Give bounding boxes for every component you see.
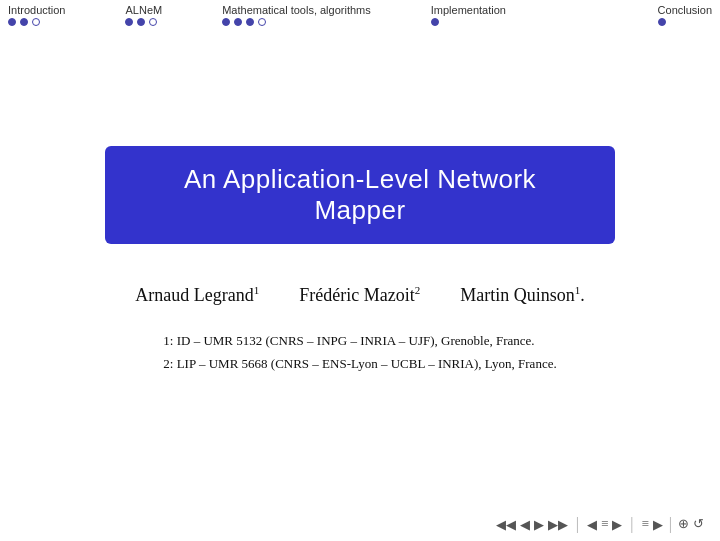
nav-subsection-next-icon[interactable]: ▶ bbox=[653, 517, 663, 532]
nav-first-icon[interactable]: ◀◀ bbox=[496, 517, 516, 532]
nav-dot bbox=[234, 18, 242, 26]
nav-label-introduction: Introduction bbox=[8, 4, 65, 16]
nav-dot bbox=[246, 18, 254, 26]
nav-dot bbox=[222, 18, 230, 26]
nav-dot bbox=[258, 18, 266, 26]
beamer-refresh-icon[interactable]: ↺ bbox=[693, 516, 704, 532]
nav-prev-icon[interactable]: ◀ bbox=[520, 517, 530, 532]
nav-next-icon[interactable]: ▶ bbox=[534, 517, 544, 532]
nav-dots-implementation bbox=[431, 18, 439, 26]
title-box: An Application-Level Network Mapper bbox=[105, 146, 615, 244]
nav-dot bbox=[125, 18, 133, 26]
author-legrand-superscript: 1 bbox=[254, 284, 260, 296]
author-legrand: Arnaud Legrand1 bbox=[135, 284, 259, 306]
affiliations-section: 1: ID – UMR 5132 (CNRS – INPG – INRIA – … bbox=[163, 330, 556, 374]
nav-dots-introduction bbox=[8, 18, 40, 26]
author-quinson-superscript: 1 bbox=[575, 284, 581, 296]
nav-dots-alnem bbox=[125, 18, 157, 26]
beamer-structure-icon[interactable]: ≡ bbox=[641, 516, 648, 532]
nav-dot bbox=[137, 18, 145, 26]
top-navigation: Introduction ALNeM Mathematical tools, a… bbox=[0, 0, 720, 30]
nav-dot bbox=[20, 18, 28, 26]
authors-section: Arnaud Legrand1 Frédéric Mazoit2 Martin … bbox=[135, 284, 584, 306]
nav-section-math-tools[interactable]: Mathematical tools, algorithms bbox=[222, 4, 371, 26]
nav-label-conclusion: Conclusion bbox=[658, 4, 712, 16]
nav-label-math-tools: Mathematical tools, algorithms bbox=[222, 4, 371, 16]
nav-label-alnem: ALNeM bbox=[125, 4, 162, 16]
main-content: An Application-Level Network Mapper Arna… bbox=[0, 30, 720, 491]
nav-last-icon[interactable]: ▶▶ bbox=[548, 517, 568, 532]
nav-section-implementation[interactable]: Implementation bbox=[431, 4, 506, 26]
nav-section-alnem[interactable]: ALNeM bbox=[125, 4, 162, 26]
nav-dot bbox=[8, 18, 16, 26]
nav-section-conclusion[interactable]: Conclusion bbox=[658, 4, 712, 26]
nav-dot bbox=[32, 18, 40, 26]
beamer-zoom-icon[interactable]: ⊕ bbox=[678, 516, 689, 532]
author-mazoit-superscript: 2 bbox=[415, 284, 421, 296]
nav-section-introduction[interactable]: Introduction bbox=[8, 4, 65, 26]
nav-dot bbox=[431, 18, 439, 26]
affiliation-2: 2: LIP – UMR 5668 (CNRS – ENS-Lyon – UCB… bbox=[163, 353, 556, 375]
nav-dot bbox=[658, 18, 666, 26]
nav-dots-math-tools bbox=[222, 18, 266, 26]
bottom-navigation[interactable]: ◀◀ ◀ ▶ ▶▶ | ◀ ≡ ▶ | ≡ ▶ | ⊕ ↺ bbox=[496, 515, 704, 533]
presentation-title: An Application-Level Network Mapper bbox=[184, 164, 536, 225]
nav-label-implementation: Implementation bbox=[431, 4, 506, 16]
author-mazoit: Frédéric Mazoit2 bbox=[299, 284, 420, 306]
nav-section-next-icon[interactable]: ▶ bbox=[612, 517, 622, 532]
author-quinson: Martin Quinson1. bbox=[460, 284, 585, 306]
nav-dots-conclusion bbox=[658, 18, 666, 26]
affiliation-1: 1: ID – UMR 5132 (CNRS – INPG – INRIA – … bbox=[163, 330, 556, 352]
nav-dot bbox=[149, 18, 157, 26]
nav-section-prev-icon[interactable]: ◀ bbox=[587, 517, 597, 532]
beamer-menu-icon[interactable]: ≡ bbox=[601, 516, 608, 532]
